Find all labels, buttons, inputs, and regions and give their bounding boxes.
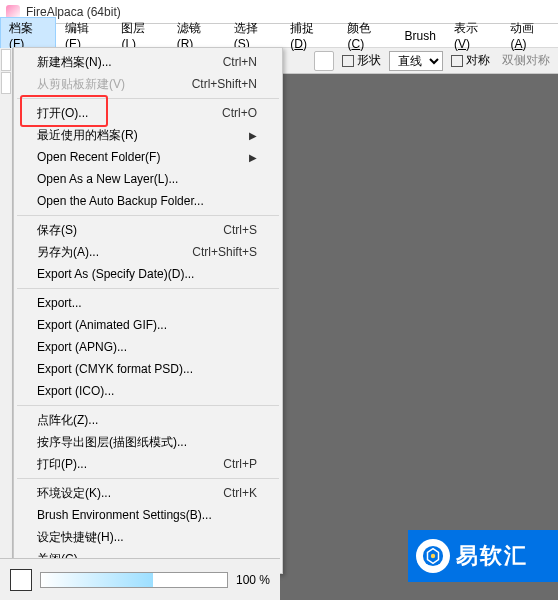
- menu-brush-env[interactable]: Brush Environment Settings(B)...: [15, 504, 281, 526]
- menu-color[interactable]: 颜色(C): [338, 17, 395, 54]
- menu-env-settings[interactable]: 环境设定(K)...Ctrl+K: [15, 482, 281, 504]
- menu-export-gif[interactable]: Export (Animated GIF)...: [15, 314, 281, 336]
- menu-rasterize[interactable]: 点阵化(Z)...: [15, 409, 281, 431]
- menu-open-backup[interactable]: Open the Auto Backup Folder...: [15, 190, 281, 212]
- menu-export-date[interactable]: Export As (Specify Date)(D)...: [15, 263, 281, 285]
- tool-button[interactable]: [1, 49, 11, 71]
- menu-export-ico[interactable]: Export (ICO)...: [15, 380, 281, 402]
- menu-recent-files[interactable]: 最近使用的档案(R)▶: [15, 124, 281, 146]
- menu-export-apng[interactable]: Export (APNG)...: [15, 336, 281, 358]
- menu-recent-folder[interactable]: Open Recent Folder(F)▶: [15, 146, 281, 168]
- separator: [17, 98, 279, 99]
- menu-view[interactable]: 表示(V): [445, 17, 502, 54]
- symmetry-check[interactable]: 对称: [451, 52, 490, 69]
- menu-new-file[interactable]: 新建档案(N)...Ctrl+N: [15, 51, 281, 73]
- status-bar: 100 %: [0, 558, 280, 600]
- menu-open-as-layer[interactable]: Open As a New Layer(L)...: [15, 168, 281, 190]
- menu-export[interactable]: Export...: [15, 292, 281, 314]
- zoom-slider[interactable]: [40, 572, 228, 588]
- menu-export-cmyk[interactable]: Export (CMYK format PSD)...: [15, 358, 281, 380]
- chevron-right-icon: ▶: [249, 152, 257, 163]
- svg-point-1: [431, 554, 435, 558]
- menu-save[interactable]: 保存(S)Ctrl+S: [15, 219, 281, 241]
- menu-shortcuts[interactable]: 设定快捷键(H)...: [15, 526, 281, 548]
- separator: [17, 405, 279, 406]
- left-tool-strip: [0, 48, 13, 568]
- toolbar-button[interactable]: [314, 51, 334, 71]
- separator: [17, 478, 279, 479]
- menu-export-layers[interactable]: 按序导出图层(描图纸模式)...: [15, 431, 281, 453]
- menu-anim[interactable]: 动画(A): [501, 17, 558, 54]
- menubar: 档案(F) 编辑(E) 图层(L) 滤镜(R) 选择(S) 捕捉(D) 颜色(C…: [0, 24, 558, 48]
- file-menu-dropdown: 新建档案(N)...Ctrl+N 从剪贴板新建(V)Ctrl+Shift+N 打…: [13, 47, 283, 574]
- zoom-value: 100 %: [236, 573, 270, 587]
- menu-brush[interactable]: Brush: [396, 26, 445, 46]
- shape-select[interactable]: 直线: [389, 51, 443, 71]
- watermark-logo: 易软汇: [408, 530, 558, 582]
- logo-icon: [416, 539, 450, 573]
- menu-snap[interactable]: 捕捉(D): [281, 17, 338, 54]
- chevron-right-icon: ▶: [249, 130, 257, 141]
- separator: [17, 288, 279, 289]
- menu-new-from-clipboard: 从剪贴板新建(V)Ctrl+Shift+N: [15, 73, 281, 95]
- menu-save-as[interactable]: 另存为(A)...Ctrl+Shift+S: [15, 241, 281, 263]
- symmetry-mode: 双侧对称: [502, 52, 550, 69]
- color-swatch[interactable]: [10, 569, 32, 591]
- logo-text: 易软汇: [456, 541, 528, 571]
- menu-print[interactable]: 打印(P)...Ctrl+P: [15, 453, 281, 475]
- shape-check[interactable]: 形状: [342, 52, 381, 69]
- separator: [17, 215, 279, 216]
- tool-button[interactable]: [1, 72, 11, 94]
- menu-open[interactable]: 打开(O)...Ctrl+O: [15, 102, 281, 124]
